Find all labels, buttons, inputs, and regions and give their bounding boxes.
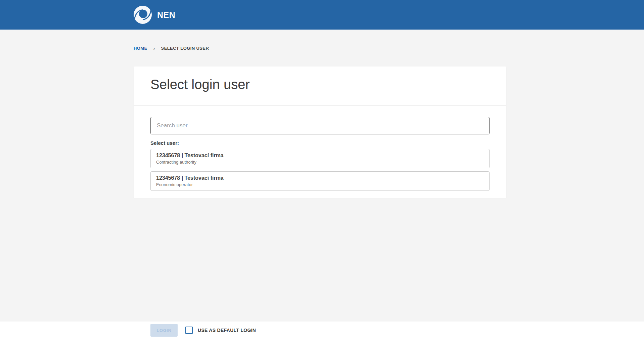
action-bar: LOGIN USE AS DEFAULT LOGIN [0,322,644,339]
page-title: Select login user [150,77,490,92]
breadcrumb: HOME › SELECT LOGIN USER [134,46,644,51]
user-option-economic-operator[interactable]: 12345678 | Testovací firma Economic oper… [150,171,490,191]
use-default-login-label[interactable]: USE AS DEFAULT LOGIN [198,328,256,333]
panel-header: Select login user [134,67,506,106]
chevron-right-icon: › [153,46,155,50]
select-login-user-panel: Select login user Select user: 12345678 … [134,67,506,198]
breadcrumb-home-link[interactable]: HOME [134,46,147,51]
panel-body: Select user: 12345678 | Testovací firma … [134,106,506,191]
user-option-title: 12345678 | Testovací firma [156,152,484,159]
nen-logo-icon [133,5,152,25]
user-option-title: 12345678 | Testovací firma [156,174,484,181]
user-option-contracting-authority[interactable]: 12345678 | Testovací firma Contracting a… [150,149,490,168]
login-button[interactable]: LOGIN [150,324,178,337]
use-default-login-checkbox[interactable] [185,327,193,334]
breadcrumb-current: SELECT LOGIN USER [161,46,209,51]
app-header: NEN [0,0,644,30]
search-user-input[interactable] [150,117,490,134]
brand-name: NEN [157,10,175,20]
user-option-subtitle: Contracting authority [156,160,484,165]
select-user-label: Select user: [150,140,490,146]
user-option-subtitle: Economic operator [156,182,484,187]
